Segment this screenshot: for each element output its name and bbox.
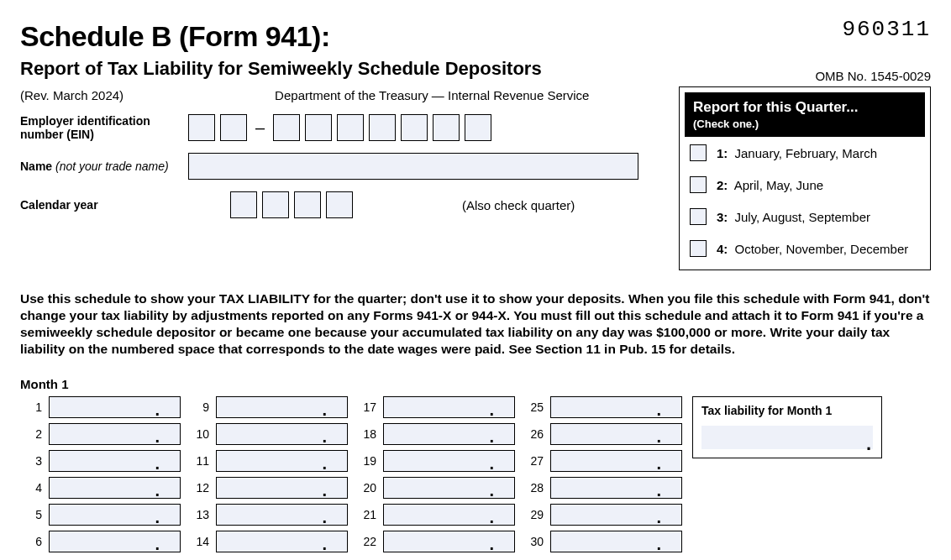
ein-dash: –	[255, 118, 265, 138]
day-number: 4	[20, 481, 42, 495]
day-amount-input[interactable]: .	[216, 396, 348, 418]
day-number: 9	[187, 400, 209, 414]
day-row: 25.	[522, 396, 689, 418]
day-amount-input[interactable]: .	[49, 450, 181, 472]
day-row: 30.	[522, 531, 689, 552]
quarter-option-1: 1: January, February, March	[685, 137, 925, 169]
quarter-checkbox-3[interactable]	[690, 208, 707, 225]
day-amount-input[interactable]: .	[216, 450, 348, 472]
day-number: 14	[187, 535, 209, 548]
ein-box[interactable]	[401, 114, 428, 141]
ein-box[interactable]	[337, 114, 364, 141]
day-row: 11.	[187, 450, 355, 472]
day-number: 19	[355, 454, 376, 468]
day-amount-input[interactable]: .	[383, 423, 515, 445]
day-amount-input[interactable]: .	[49, 477, 181, 499]
ein-box[interactable]	[220, 114, 247, 141]
day-number: 30	[522, 535, 544, 548]
ein-box[interactable]	[465, 114, 491, 141]
day-amount-input[interactable]: .	[550, 477, 682, 499]
day-amount-input[interactable]: .	[383, 531, 515, 552]
day-amount-input[interactable]: .	[49, 531, 181, 552]
day-row: 17.	[355, 396, 522, 418]
day-amount-input[interactable]: .	[383, 450, 515, 472]
calendar-year-label: Calendar year	[20, 198, 188, 212]
month-1-header: Month 1	[20, 377, 931, 391]
day-amount-input[interactable]: .	[49, 423, 181, 445]
form-title: Schedule B (Form 941):	[20, 20, 330, 53]
day-number: 21	[355, 508, 376, 521]
day-amount-input[interactable]: .	[216, 477, 348, 499]
year-input-group	[230, 191, 353, 218]
day-amount-input[interactable]: .	[550, 423, 682, 445]
ein-box[interactable]	[433, 114, 460, 141]
day-amount-input[interactable]: .	[383, 504, 515, 526]
day-row: 14.	[187, 531, 355, 552]
form-code: 960311	[842, 17, 931, 42]
day-row: 20.	[355, 477, 522, 499]
day-number: 22	[355, 535, 376, 548]
year-box[interactable]	[294, 191, 321, 218]
day-number: 1	[20, 400, 42, 414]
quarter-checkbox-2[interactable]	[690, 176, 707, 193]
month-1-total-label: Tax liability for Month 1	[701, 404, 873, 417]
day-amount-input[interactable]: .	[216, 531, 348, 552]
ein-box[interactable]	[188, 114, 215, 141]
day-amount-input[interactable]: .	[383, 477, 515, 499]
day-number: 27	[522, 454, 544, 468]
revision-date: (Rev. March 2024)	[20, 88, 123, 102]
day-row: 6.	[20, 531, 187, 552]
day-number: 26	[522, 427, 544, 441]
day-amount-input[interactable]: .	[216, 504, 348, 526]
day-number: 28	[522, 481, 544, 495]
day-number: 29	[522, 508, 544, 521]
name-label: Name (not your trade name)	[20, 160, 188, 173]
day-row: 21.	[355, 504, 522, 526]
day-number: 20	[355, 481, 376, 495]
quarter-header: Report for this Quarter... (Check one.)	[685, 92, 925, 137]
day-number: 2	[20, 427, 42, 441]
year-box[interactable]	[230, 191, 257, 218]
form-subtitle: Report of Tax Liability for Semiweekly S…	[20, 58, 542, 80]
day-amount-input[interactable]: .	[216, 423, 348, 445]
day-number: 13	[187, 508, 209, 521]
day-amount-input[interactable]: .	[550, 450, 682, 472]
day-number: 10	[187, 427, 209, 441]
day-row: 18.	[355, 423, 522, 445]
month-1-total-input[interactable]: .	[701, 426, 873, 449]
day-number: 12	[187, 481, 209, 495]
quarter-option-3: 3: July, August, September	[685, 201, 925, 233]
day-row: 22.	[355, 531, 522, 552]
ein-label: Employer identification number (EIN)	[20, 114, 188, 141]
quarter-checkbox-4[interactable]	[690, 240, 707, 257]
day-row: 10.	[187, 423, 355, 445]
day-row: 5.	[20, 504, 187, 526]
day-row: 12.	[187, 477, 355, 499]
name-input[interactable]	[188, 153, 638, 180]
day-number: 11	[187, 454, 209, 468]
day-amount-input[interactable]: .	[383, 396, 515, 418]
day-amount-input[interactable]: .	[550, 531, 682, 552]
day-number: 25	[522, 400, 544, 414]
ein-box[interactable]	[305, 114, 332, 141]
ein-box[interactable]	[273, 114, 300, 141]
day-amount-input[interactable]: .	[49, 504, 181, 526]
year-box[interactable]	[326, 191, 353, 218]
day-number: 5	[20, 508, 42, 521]
day-number: 18	[355, 427, 376, 441]
day-row: 9.	[187, 396, 355, 418]
day-row: 26.	[522, 423, 689, 445]
day-row: 13.	[187, 504, 355, 526]
day-amount-input[interactable]: .	[550, 504, 682, 526]
ein-input-group: –	[188, 114, 491, 141]
year-box[interactable]	[262, 191, 289, 218]
quarter-checkbox-1[interactable]	[690, 144, 707, 161]
day-row: 27.	[522, 450, 689, 472]
day-amount-input[interactable]: .	[550, 396, 682, 418]
day-number: 6	[20, 535, 42, 548]
day-amount-input[interactable]: .	[49, 396, 181, 418]
day-row: 3.	[20, 450, 187, 472]
ein-box[interactable]	[369, 114, 396, 141]
month-1-total-box: Tax liability for Month 1 .	[692, 396, 882, 458]
quarter-selection-box: Report for this Quarter... (Check one.) …	[679, 86, 931, 270]
